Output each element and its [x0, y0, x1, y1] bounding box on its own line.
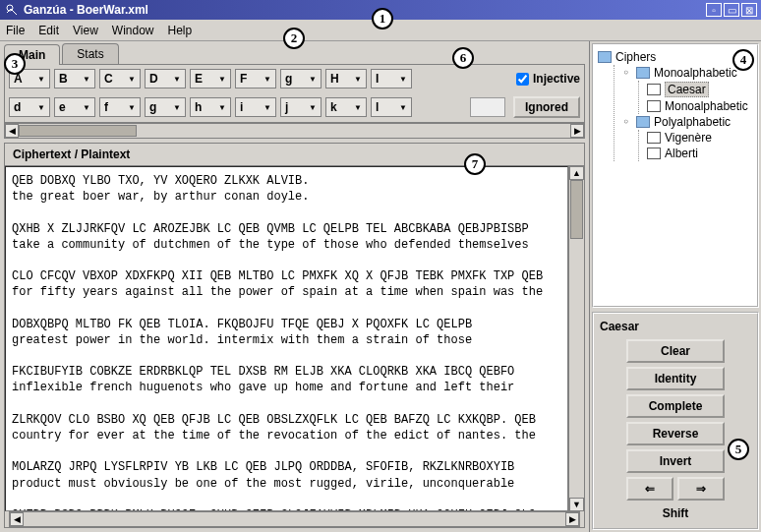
tree-item-monoalphabetic[interactable]: Monoalphabetic [647, 98, 753, 114]
letter-button-H[interactable]: H▼ [325, 69, 367, 89]
letter-button-d[interactable]: d▼ [9, 97, 50, 117]
app-icon [4, 2, 20, 18]
menu-edit[interactable]: Edit [38, 24, 59, 37]
letter-button-j[interactable]: j▼ [280, 97, 322, 117]
tree-root[interactable]: Ciphers [598, 49, 753, 65]
callout-1: 1 [372, 8, 393, 30]
document-icon [647, 100, 661, 112]
maximize-button[interactable]: ▭ [724, 3, 739, 17]
collapse-icon[interactable]: ◦ [622, 66, 632, 80]
collapse-icon[interactable]: ◦ [622, 115, 632, 129]
action-panel-title: Caesar [600, 318, 751, 339]
count-spinner[interactable] [470, 97, 505, 117]
letter-button-E[interactable]: E▼ [190, 69, 231, 89]
letter-button-g2[interactable]: g▼ [145, 97, 186, 117]
ciphertext-content[interactable]: QEB DOBXQ YLBO TXO, YV XOQERO ZLKXK ALVI… [5, 166, 568, 511]
window-title: Ganzúa - BoerWar.xml [24, 3, 704, 17]
shift-label: Shift [663, 506, 689, 520]
scroll-left-icon[interactable]: ◀ [5, 124, 19, 138]
callout-6: 6 [452, 47, 474, 69]
shift-left-button[interactable]: ⇐ [626, 477, 673, 501]
cipher-actions-panel: Caesar Clear Identity Complete Reverse I… [592, 312, 759, 530]
scrollbar-thumb[interactable] [19, 125, 137, 137]
menu-file[interactable]: File [6, 24, 25, 37]
invert-button[interactable]: Invert [626, 449, 725, 473]
shift-right-button[interactable]: ⇒ [677, 477, 725, 501]
ciphertext-panel: Ciphertext / Plaintext QEB DOBXQ YLBO TX… [4, 143, 585, 528]
letter-button-l[interactable]: l▼ [371, 97, 412, 117]
document-icon [647, 148, 661, 159]
tab-stats[interactable]: Stats [62, 43, 118, 64]
ignored-button[interactable]: Ignored [513, 96, 580, 118]
letter-button-I[interactable]: I▼ [371, 69, 412, 89]
minimize-button[interactable]: ▫ [706, 3, 722, 17]
folder-icon [636, 67, 650, 79]
letter-button-F[interactable]: F▼ [235, 69, 276, 89]
folder-icon [598, 51, 612, 63]
close-button[interactable]: ⊠ [741, 3, 757, 17]
letter-button-e[interactable]: e▼ [54, 97, 95, 117]
menu-window[interactable]: Window [112, 24, 154, 37]
ciphertext-header: Ciphertext / Plaintext [5, 144, 584, 166]
clear-button[interactable]: Clear [626, 339, 725, 363]
scroll-up-icon[interactable]: ▲ [569, 166, 584, 180]
text-vscroll[interactable]: ▲ ▼ [568, 166, 584, 511]
letter-button-i[interactable]: i▼ [235, 97, 276, 117]
tree-item-vigenere[interactable]: Vigenère [647, 130, 753, 146]
cipher-tree: Ciphers ◦ Monoalphabetic Caesar Monoalph… [592, 43, 759, 308]
scroll-right-icon[interactable]: ▶ [570, 124, 584, 138]
callout-4: 4 [732, 49, 754, 71]
letter-button-D[interactable]: D▼ [145, 69, 186, 89]
menu-view[interactable]: View [73, 24, 98, 37]
letter-button-B[interactable]: B▼ [54, 69, 95, 89]
menu-help[interactable]: Help [168, 24, 193, 37]
folder-icon [636, 116, 650, 128]
text-scroll-right-icon[interactable]: ▶ [565, 512, 579, 526]
injective-checkbox[interactable]: Injective [516, 72, 580, 86]
callout-5: 5 [728, 439, 749, 460]
tree-group-polyalphabetic[interactable]: ◦ Polyalphabetic [622, 114, 753, 130]
substitution-toolbar: A▼ B▼ C▼ D▼ E▼ F▼ g▼ H▼ I▼ Injective d▼ … [4, 64, 585, 123]
tree-group-monoalphabetic[interactable]: ◦ Monoalphabetic [622, 65, 753, 81]
letter-button-f[interactable]: f▼ [99, 97, 141, 117]
tree-item-alberti[interactable]: Alberti [647, 146, 753, 161]
vscroll-thumb[interactable] [570, 180, 583, 239]
toolbar-hscroll[interactable]: ◀ ▶ [4, 123, 585, 139]
callout-7: 7 [464, 153, 486, 175]
scroll-down-icon[interactable]: ▼ [569, 498, 584, 511]
letter-button-g1[interactable]: g▼ [280, 69, 322, 89]
reverse-button[interactable]: Reverse [626, 422, 725, 445]
tree-item-caesar[interactable]: Caesar [647, 81, 753, 98]
callout-3: 3 [4, 53, 26, 75]
complete-button[interactable]: Complete [626, 394, 725, 418]
text-hscroll[interactable]: ◀ ▶ [9, 511, 580, 527]
letter-button-k[interactable]: k▼ [325, 97, 367, 117]
identity-button[interactable]: Identity [626, 367, 725, 390]
callout-2: 2 [283, 28, 305, 49]
document-icon [647, 132, 661, 144]
letter-button-C[interactable]: C▼ [99, 69, 141, 89]
text-scroll-left-icon[interactable]: ◀ [10, 512, 24, 526]
document-icon [647, 84, 661, 95]
letter-button-h[interactable]: h▼ [190, 97, 231, 117]
